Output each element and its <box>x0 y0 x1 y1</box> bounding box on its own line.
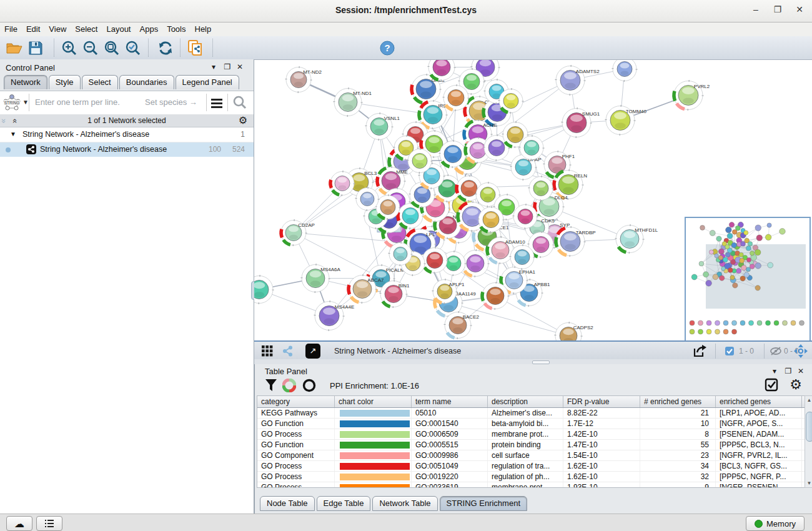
network-node-tardbp[interactable]: TARDBP <box>556 227 596 256</box>
network-node[interactable] <box>356 188 379 211</box>
refresh-icon[interactable] <box>156 39 175 57</box>
network-node[interactable] <box>478 207 503 232</box>
table-settings-gear-icon[interactable]: ⚙ <box>790 377 802 393</box>
network-node[interactable] <box>440 141 466 167</box>
network-row-selected[interactable]: String Network - Alzheimer's disease 100… <box>0 142 254 157</box>
column-header[interactable]: FDR p-value <box>563 396 640 407</box>
column-header[interactable]: description <box>488 396 563 407</box>
menu-help[interactable]: Help <box>191 22 216 36</box>
menu-file[interactable]: File <box>0 22 22 36</box>
zoom-in-icon[interactable] <box>60 39 79 57</box>
selected-nodes-checkbox-icon[interactable] <box>721 344 738 359</box>
network-node-pvrl2[interactable]: PVRL2 <box>674 81 710 110</box>
zoom-out-icon[interactable] <box>81 39 100 57</box>
task-history-button[interactable] <box>36 516 62 531</box>
network-canvas[interactable]: MT-ND2MT-ND1VSNL1GAB2IRS1CHATBCHEACHEAPO… <box>254 59 812 340</box>
collection-expand-icon[interactable]: ▼ <box>10 131 16 137</box>
table-scrollbar[interactable]: ▲ ▼ <box>805 395 812 488</box>
string-options-icon[interactable] <box>210 97 224 108</box>
column-header[interactable]: term name <box>412 396 488 407</box>
panel-close-icon[interactable]: ✕ <box>235 62 245 71</box>
menu-edit[interactable]: Edit <box>22 22 44 36</box>
network-node[interactable] <box>520 136 543 160</box>
network-node[interactable] <box>398 204 423 229</box>
zoom-fit-icon[interactable] <box>102 39 121 57</box>
network-node-tomm40[interactable]: TOMM40 <box>606 106 647 135</box>
network-node[interactable] <box>428 60 455 81</box>
network-node[interactable] <box>613 60 636 81</box>
maximize-button[interactable]: ❐ <box>768 4 787 17</box>
set-species-label[interactable]: Set species → <box>145 97 197 107</box>
panel-window-icon[interactable]: ❐ <box>222 62 232 71</box>
table-tab-network-table[interactable]: Network Table <box>372 496 437 511</box>
enrichment-table[interactable]: categorychart colorterm namedescriptionF… <box>257 395 805 488</box>
network-node[interactable] <box>529 177 553 201</box>
scroll-up-icon[interactable]: ▲ <box>806 397 812 403</box>
network-node[interactable] <box>482 283 508 309</box>
network-node-adamts2[interactable]: ADAMTS2 <box>556 66 600 95</box>
table-tab-node-table[interactable]: Node Table <box>260 496 315 511</box>
network-node[interactable] <box>513 205 537 229</box>
close-button[interactable]: ✕ <box>790 4 809 17</box>
tab-legend-panel[interactable]: Legend Panel <box>176 75 239 89</box>
open-in-window-icon[interactable]: ↗ <box>305 344 320 359</box>
filter-icon[interactable] <box>265 379 277 392</box>
panel-window-icon[interactable]: ❐ <box>783 367 793 375</box>
network-node[interactable] <box>510 246 534 269</box>
network-from-file-icon[interactable] <box>186 39 205 57</box>
network-node-ms4a4a[interactable]: MS4A4A <box>254 276 273 304</box>
network-options-gear-icon[interactable]: ⚙ <box>239 114 247 126</box>
network-collection-row[interactable]: ▼ String Network - Alzheimer's disease 1 <box>0 127 254 142</box>
birdseye-view[interactable] <box>685 217 811 342</box>
network-node-vsnl1[interactable]: VSNL1 <box>366 114 400 140</box>
table-row[interactable]: GO ComponentGO:0009986cell surface1.54E-… <box>257 450 805 461</box>
network-node[interactable] <box>443 86 468 111</box>
network-node[interactable] <box>389 243 412 266</box>
network-node-smug1[interactable]: SMUG1 <box>562 109 600 137</box>
menu-select[interactable]: Select <box>71 22 102 36</box>
scrollbar-thumb[interactable] <box>806 412 812 442</box>
help-icon[interactable]: ? <box>378 39 397 57</box>
panel-close-icon[interactable]: ✕ <box>796 367 806 375</box>
panel-float-icon[interactable]: ▾ <box>209 62 219 71</box>
menu-layout[interactable]: Layout <box>102 22 135 36</box>
table-row[interactable]: GO ProcessGO:0019220regulation of ph...1… <box>257 472 805 482</box>
minimize-button[interactable]: – <box>746 4 765 17</box>
network-node[interactable] <box>376 196 400 219</box>
save-session-icon[interactable] <box>26 39 45 57</box>
menu-tools[interactable]: Tools <box>162 22 190 36</box>
table-row[interactable]: GO ProcessGO:0051049regulation of tra...… <box>257 461 805 472</box>
table-tab-edge-table[interactable]: Edge Table <box>317 496 371 511</box>
network-node[interactable] <box>408 149 432 173</box>
network-node-irs1[interactable]: IRS1 <box>419 101 450 129</box>
string-search-icon[interactable] <box>232 95 247 110</box>
column-header[interactable]: # enriched genes <box>640 396 716 407</box>
table-row[interactable]: GO ProcessGO:0006509membrane prot...1.42… <box>257 429 805 440</box>
tab-boundaries[interactable]: Boundaries <box>119 75 174 89</box>
network-node-cadps2[interactable]: CADPS2 <box>555 323 593 341</box>
column-header[interactable]: chart color <box>335 396 412 407</box>
table-row[interactable]: GO FunctionGO:0001540beta-amyloid bi...1… <box>257 419 805 429</box>
grid-view-icon[interactable] <box>259 344 275 359</box>
table-row[interactable]: GO ProcessGO:0033619membrane prot...1.93… <box>257 482 805 488</box>
table-tab-string-enrichment[interactable]: STRING Enrichment <box>440 496 527 511</box>
string-share-icon[interactable] <box>279 344 295 359</box>
network-node[interactable] <box>422 248 447 273</box>
network-node-bace2[interactable]: BACE2 <box>445 312 479 339</box>
tab-network[interactable]: Network <box>4 75 47 89</box>
network-node[interactable] <box>499 89 523 113</box>
table-row[interactable]: KEGG Pathways05010Alzheimer's dise...8.8… <box>257 408 805 419</box>
menu-view[interactable]: View <box>44 22 71 36</box>
horizontal-splitter[interactable] <box>254 359 812 364</box>
network-node-bin1[interactable]: BIN1 <box>380 281 410 307</box>
string-query-placeholder[interactable]: Enter one term per line. <box>35 97 120 107</box>
network-node-cd2ap[interactable]: CD2AP <box>281 221 315 246</box>
network-node-mt-nd1[interactable]: MT-ND1 <box>334 89 372 116</box>
network-node-mthfd1l[interactable]: MTHFD1L <box>616 226 658 253</box>
tab-select[interactable]: Select <box>82 75 118 89</box>
panel-float-icon[interactable]: ▾ <box>770 367 780 375</box>
scroll-down-icon[interactable]: ▼ <box>806 480 812 486</box>
cloud-tasks-button[interactable]: ☁ <box>6 516 32 531</box>
column-header[interactable]: enriched genes <box>716 396 802 407</box>
fit-content-move-icon[interactable] <box>793 344 809 359</box>
